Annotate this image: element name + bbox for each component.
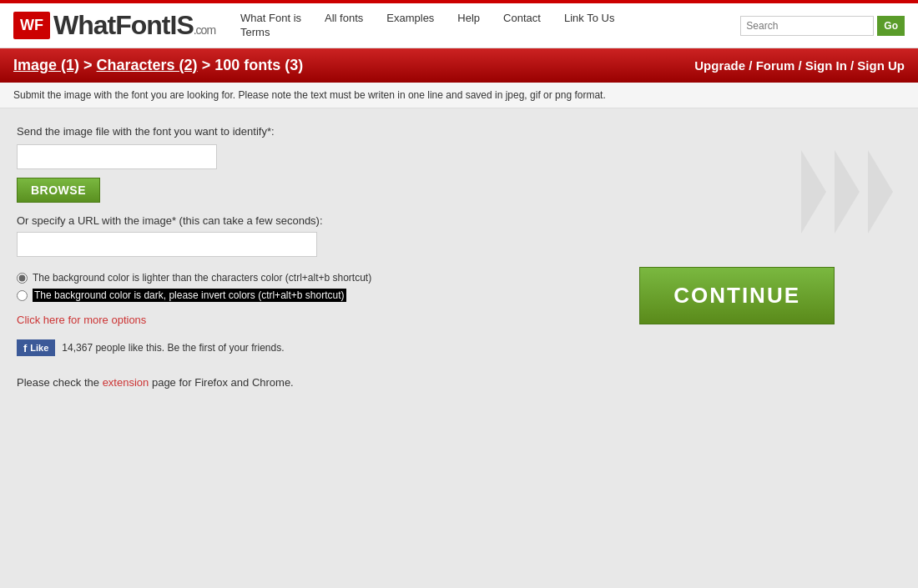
- breadcrumb-characters-link[interactable]: Characters (2): [97, 57, 198, 73]
- logo-text: WhatFontIS.com: [53, 10, 215, 41]
- search-button[interactable]: Go: [877, 16, 905, 36]
- like-box: f Like 14,367 people like this. Be the f…: [17, 339, 484, 356]
- facebook-like-button[interactable]: f Like: [17, 339, 55, 356]
- search-input[interactable]: [740, 16, 874, 36]
- deco-arrows: [801, 150, 893, 234]
- footer-text: Please check the extension page for Fire…: [17, 376, 484, 389]
- description-text: Submit the image with the font you are l…: [13, 89, 606, 101]
- like-count-text: 14,367 people like this. Be the first of…: [62, 342, 284, 354]
- like-label: Like: [30, 343, 48, 353]
- url-input[interactable]: [17, 232, 317, 257]
- description-bar: Submit the image with the font you are l…: [0, 83, 918, 108]
- nav-allfonts[interactable]: All fonts: [325, 12, 363, 26]
- deco-arrow-3: [868, 150, 893, 234]
- footer-text-after: page for Firefox and Chrome.: [152, 376, 294, 389]
- radio-group: The background color is lighter than the…: [17, 272, 484, 302]
- upgrade-link[interactable]: Upgrade: [694, 58, 745, 73]
- signup-link[interactable]: Sign Up: [857, 58, 905, 73]
- nav-help[interactable]: Help: [457, 12, 480, 26]
- deco-arrow-1: [801, 150, 826, 234]
- nav-examples[interactable]: Examples: [386, 12, 434, 26]
- facebook-icon: f: [23, 342, 27, 354]
- radio-dark[interactable]: [17, 290, 28, 301]
- breadcrumb-bar: Image (1) > Characters (2) > 100 fonts (…: [0, 48, 918, 83]
- extension-link[interactable]: extension: [103, 376, 149, 389]
- forum-link[interactable]: Forum: [756, 58, 795, 73]
- nav-contact[interactable]: Contact: [503, 12, 541, 26]
- radio-light-label: The background color is lighter than the…: [33, 272, 371, 284]
- breadcrumb-fonts: 100 fonts (3): [214, 57, 303, 73]
- signin-link[interactable]: Sign In: [805, 58, 847, 73]
- upload-form: Send the image file with the font you wa…: [17, 125, 484, 389]
- radio-item-dark: The background color is dark, please inv…: [17, 289, 484, 302]
- deco-arrow-2: [835, 150, 860, 234]
- radio-dark-label: The background color is dark, please inv…: [33, 289, 346, 302]
- nav-whatfontis[interactable]: What Font is Terms: [240, 12, 301, 40]
- continue-button-container: CONTINUE: [639, 267, 835, 324]
- main-content: Send the image file with the font you wa…: [0, 108, 918, 542]
- breadcrumb: Image (1) > Characters (2) > 100 fonts (…: [13, 57, 303, 74]
- file-input-container: [17, 144, 484, 169]
- breadcrumb-image-link[interactable]: Image (1): [13, 57, 79, 73]
- search-area: Go: [740, 16, 905, 36]
- main-nav: What Font is Terms All fonts Examples He…: [240, 12, 715, 40]
- logo-wf: WF: [13, 12, 50, 39]
- file-label: Send the image file with the font you wa…: [17, 125, 484, 138]
- breadcrumb-separator: >: [83, 57, 97, 73]
- breadcrumb-separator2: >: [202, 57, 215, 73]
- radio-item-light: The background color is lighter than the…: [17, 272, 484, 284]
- browse-button[interactable]: BROWSE: [17, 178, 100, 203]
- file-text-input[interactable]: [17, 144, 217, 169]
- more-options-link[interactable]: Click here for more options: [17, 314, 484, 326]
- logo[interactable]: WF WhatFontIS.com: [13, 10, 215, 41]
- url-label: Or specify a URL with the image* (this c…: [17, 214, 484, 227]
- radio-light[interactable]: [17, 273, 28, 284]
- footer-text-before: Please check the: [17, 376, 99, 389]
- breadcrumb-right: Upgrade / Forum / Sign In / Sign Up: [694, 58, 905, 73]
- header: WF WhatFontIS.com What Font is Terms All…: [0, 3, 918, 48]
- nav-linktous[interactable]: Link To Us: [564, 12, 614, 26]
- continue-button[interactable]: CONTINUE: [639, 267, 835, 324]
